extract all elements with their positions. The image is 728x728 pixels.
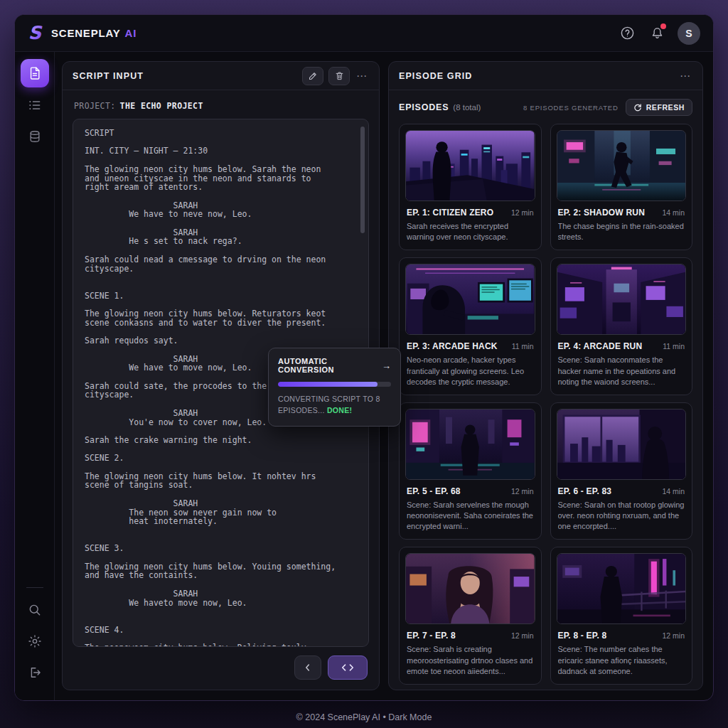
avatar-initial: S [685, 28, 692, 39]
episode-title: EP. 3: ARCADE HACK [407, 341, 498, 351]
brand: S SCENEPLAY AI [25, 23, 136, 44]
episode-duration: 12 min [511, 631, 534, 640]
notification-dot [660, 23, 666, 29]
project-line: PROJECT:THE ECHO PROJECT [74, 101, 368, 111]
top-bar: S SCENEPLAY AI [15, 15, 713, 52]
episode-panel-menu-icon[interactable]: ⋯ [678, 70, 692, 81]
episode-description: Scene: Sarah servelnes the mough neononi… [407, 500, 534, 532]
episode-thumbnail [557, 553, 687, 624]
episode-panel-header: EPISODE GRID ⋯ [389, 62, 702, 90]
generated-status: 8 EPISODES GENERATED [523, 104, 619, 112]
brand-accent: AI [125, 27, 137, 39]
episode-thumbnail [405, 264, 535, 335]
episode-subheader: EPISODES (8 total) 8 EPISODES GENERATED … [389, 90, 702, 123]
arrow-right-icon: → [382, 360, 391, 371]
episode-title: EP. 7 - EP. 8 [407, 631, 456, 641]
episode-duration: 14 min [662, 208, 685, 217]
episode-description: Scene: Sarah naconmates the hacker name … [558, 355, 685, 387]
episode-title: EP. 2: SHADOW RUN [558, 208, 646, 218]
episode-title: EP. 8 - EP. 8 [558, 631, 607, 641]
conversion-progress-bar [278, 382, 391, 387]
episode-thumbnail [405, 553, 535, 624]
episode-description: The chase begins in the rain-soaked stre… [558, 221, 685, 242]
episode-card-3[interactable]: EP. 3: ARCADE HACK11 min Neo-neon arcade… [399, 257, 542, 395]
episode-thumbnail [557, 264, 687, 335]
episode-card-4[interactable]: EP. 4: ARCADE RUN11 min Scene: Sarah nac… [550, 257, 693, 395]
conversion-progress-fill [278, 382, 378, 387]
conversion-popup: AUTOMATIC CONVERSION → CONVERTING SCRIPT… [268, 348, 401, 427]
episode-card-7[interactable]: EP. 7 - EP. 812 min Scene: Sarah is crea… [399, 547, 542, 685]
episode-title: EP. 5 - EP. 68 [407, 486, 461, 496]
episode-card-8[interactable]: EP. 8 - EP. 812 min Scene: The number ca… [550, 547, 693, 685]
episode-panel-title: EPISODE GRID [399, 71, 473, 81]
episode-thumbnail [557, 130, 687, 201]
sidebar-bottom [21, 587, 48, 690]
episode-duration: 12 min [662, 631, 685, 640]
script-pagination [73, 647, 369, 681]
delete-script-button[interactable] [328, 67, 350, 85]
episode-description: Scene: The number cahes the ericaric sta… [558, 644, 685, 677]
project-name: THE ECHO PROJECT [120, 101, 203, 111]
prev-page-button[interactable] [294, 655, 321, 680]
script-panel-menu-icon[interactable]: ⋯ [355, 70, 369, 81]
episode-description: Neo-neon arcade, hacker types franticall… [407, 355, 534, 387]
episode-card-5[interactable]: EP. 5 - EP. 6812 min Scene: Sarah servel… [399, 402, 542, 540]
episode-description: Scene: Sarah on that rootop glowing over… [558, 500, 685, 532]
script-panel-title: SCRIPT INPUT [73, 71, 144, 81]
sidebar-item-script[interactable] [21, 59, 49, 87]
edit-script-button[interactable] [302, 67, 323, 85]
sidebar-divider [26, 587, 43, 588]
user-avatar[interactable]: S [678, 22, 700, 45]
script-panel-header: SCRIPT INPUT [63, 62, 379, 90]
conversion-status: CONVERTING SCRIPT TO 8 EPISODES... DONE! [278, 394, 391, 417]
episode-duration: 11 min [512, 342, 534, 350]
episode-title: EP. 1: CITIZEN ZERO [407, 208, 493, 218]
footer-text: © 2024 ScenePlay AI • Dark Mode [0, 707, 728, 728]
script-scrollbar[interactable] [360, 127, 365, 233]
settings-gear-icon[interactable] [21, 628, 48, 655]
app-logo-icon: S [25, 23, 45, 44]
logout-icon[interactable] [21, 659, 48, 686]
topbar-actions: S [618, 22, 700, 45]
episode-duration: 12 min [511, 487, 534, 496]
episode-title: EP. 4: ARCADE RUN [558, 341, 643, 351]
help-icon[interactable] [618, 24, 636, 43]
project-label: PROJECT: [74, 101, 116, 111]
conversion-done-text: DONE! [327, 406, 352, 414]
notifications-bell-icon[interactable] [648, 24, 666, 43]
episode-thumbnail [405, 409, 535, 480]
script-panel-actions: ⋯ [302, 67, 369, 85]
sidebar [15, 52, 55, 700]
episode-description: Sarah receives the encrypted warning ove… [407, 221, 534, 242]
desktop: S SCENEPLAY AI [0, 0, 728, 728]
episode-card-2[interactable]: EP. 2: SHADOW RUN14 min The chase begins… [550, 124, 693, 250]
conversion-title: AUTOMATIC CONVERSION [278, 357, 378, 374]
svg-text:S: S [28, 23, 43, 43]
episode-card-1[interactable]: EP. 1: CITIZEN ZERO12 min Sarah receives… [399, 124, 542, 250]
brand-name: SCENEPLAY [51, 27, 121, 39]
episode-duration: 11 min [663, 342, 685, 350]
episode-title: EP. 6 - EP. 83 [558, 486, 612, 496]
episode-duration: 12 min [511, 208, 534, 217]
refresh-button[interactable]: REFRESH [626, 99, 692, 116]
episode-thumbnail [405, 130, 535, 201]
episode-card-6[interactable]: EP. 6 - EP. 8314 min Scene: Sarah on tha… [550, 402, 693, 540]
episodes-label: EPISODES [399, 102, 449, 112]
refresh-label: REFRESH [646, 103, 685, 112]
episode-thumbnail [557, 409, 687, 480]
sidebar-item-database[interactable] [21, 123, 48, 150]
pager-button[interactable] [328, 655, 368, 680]
episode-grid: EP. 1: CITIZEN ZERO12 min Sarah receives… [389, 123, 702, 690]
episode-description: Scene: Sarah is creating meoroosterisati… [407, 644, 534, 677]
episode-grid-panel: EPISODE GRID ⋯ EPISODES (8 total) 8 EPIS… [388, 61, 703, 690]
search-icon[interactable] [21, 596, 48, 623]
sidebar-item-scenes-list[interactable] [21, 92, 48, 119]
episodes-count: (8 total) [453, 103, 481, 112]
episode-duration: 14 min [662, 487, 685, 496]
